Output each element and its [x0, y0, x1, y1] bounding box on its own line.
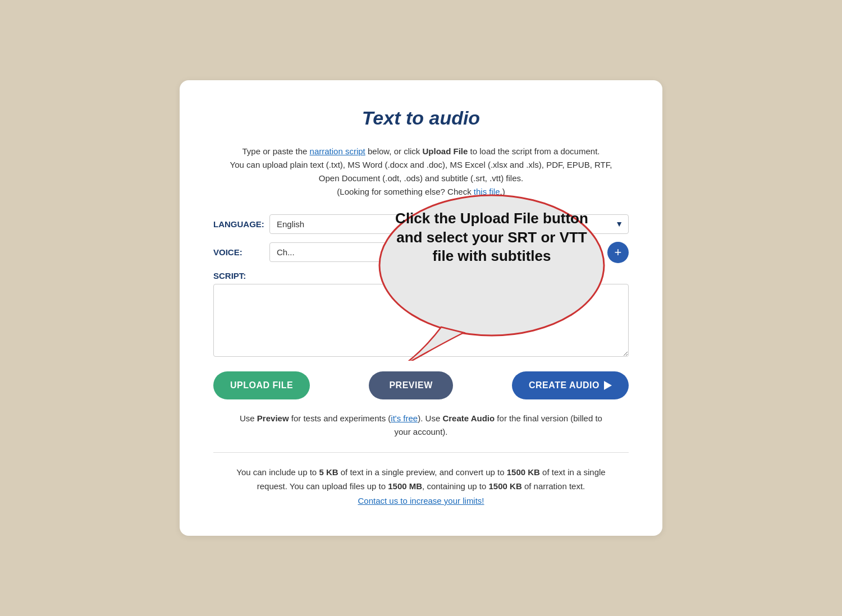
language-label: LANGUAGE: [213, 219, 269, 229]
limits-text: You can include up to 5 KB of text in a … [213, 465, 629, 508]
main-card: Text to audio Type or paste the narratio… [180, 80, 662, 536]
limits-line1-after: of text in a single [540, 467, 606, 477]
create-audio-bold: Create Audio [442, 413, 495, 423]
limits-line2-after: of narration text. [522, 481, 585, 491]
info-line2: your account). [394, 427, 447, 436]
limits-line1-before: You can include up to [236, 467, 319, 477]
preview-button[interactable]: PREVIEW [369, 371, 452, 399]
tooltip-text-container: Click the Upload File button and select … [385, 209, 598, 266]
description-text: Type or paste the narration script below… [213, 145, 629, 199]
voice-add-button[interactable]: + [607, 242, 629, 263]
create-audio-label: CREATE AUDIO [529, 380, 600, 390]
create-audio-play-icon [604, 381, 612, 390]
info-line1-before: Use [240, 413, 257, 423]
info-line1-end: for the final version (billed to [495, 413, 602, 423]
create-audio-button[interactable]: CREATE AUDIO [512, 371, 629, 399]
tooltip-text: Click the Upload File button and select … [395, 210, 588, 265]
buttons-row: UPLOAD FILE PREVIEW CREATE AUDIO [213, 371, 629, 399]
plus-icon: + [615, 245, 622, 260]
preview-bold: Preview [257, 413, 289, 423]
limits-line2-mid: , containing up to [422, 481, 488, 491]
limits-1500kb: 1500 KB [507, 467, 540, 477]
contact-link[interactable]: Contact us to increase your limits! [358, 496, 484, 505]
its-free-link[interactable]: it's free [391, 413, 418, 423]
upload-file-bold: Upload File [423, 146, 468, 156]
info-line1-middle: for tests and experiments ( [289, 413, 391, 423]
limits-line1-mid: of text in a single preview, and convert… [338, 467, 507, 477]
desc-line3: to load the script from a document. [468, 146, 600, 156]
desc-line1: Type or paste the [242, 146, 310, 156]
desc-line5: Open Document (.odt, .ods) and subtitle … [319, 173, 523, 183]
voice-label: VOICE: [213, 247, 269, 257]
desc-line4: You can upload plain text (.txt), MS Wor… [230, 160, 612, 169]
tooltip-container: Click the Upload File button and select … [374, 192, 610, 363]
info-text: Use Preview for tests and experiments (i… [213, 412, 629, 439]
limits-1500mb: 1500 MB [388, 481, 422, 491]
limits-5kb: 5 KB [319, 467, 338, 477]
desc-line2: below, or click [365, 146, 423, 156]
limits-1500kb-2: 1500 KB [489, 481, 522, 491]
upload-file-button[interactable]: UPLOAD FILE [213, 371, 310, 399]
tooltip-overlay: Click the Upload File button and select … [374, 192, 610, 363]
narration-script-link[interactable]: narration script [310, 146, 365, 156]
divider [213, 452, 629, 453]
page-title: Text to audio [213, 107, 629, 129]
limits-line2-before: request. You can upload files up to [257, 481, 388, 491]
script-label: SCRIPT: [213, 271, 269, 281]
info-line1-after: ). Use [418, 413, 442, 423]
